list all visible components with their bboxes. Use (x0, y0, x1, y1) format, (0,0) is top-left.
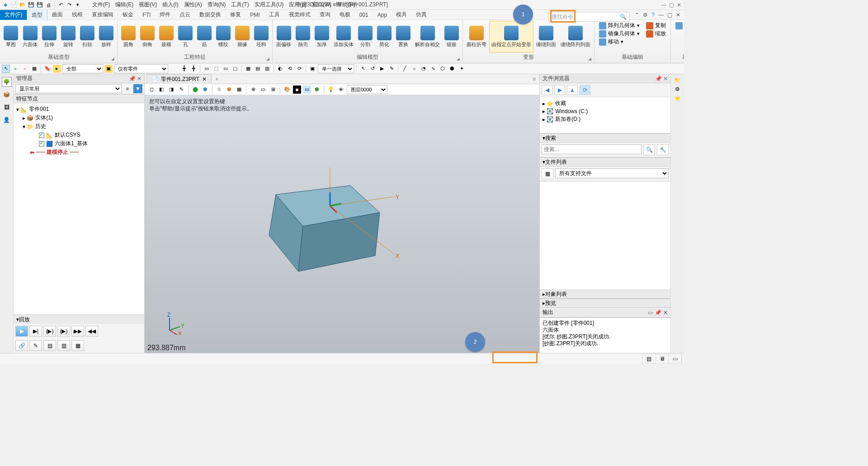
remove-icon[interactable]: − (21, 65, 29, 73)
ribbon-tab[interactable]: 模具 (392, 10, 411, 20)
draft-button[interactable]: 拔模 (157, 21, 175, 52)
search-section[interactable]: ▾ 搜索 (540, 133, 670, 143)
rb-gear-icon[interactable]: ⚙ (675, 86, 680, 92)
refresh-button[interactable]: ⟳ (580, 85, 590, 95)
t-icon[interactable]: ▢ (231, 65, 239, 73)
vt-icon[interactable]: ☆ (215, 86, 223, 94)
scale-button[interactable]: 缩放 (646, 30, 666, 38)
app-icon[interactable]: ◆ (2, 1, 9, 9)
playback-header[interactable]: ▾ 回放 (14, 315, 144, 324)
t-icon[interactable]: ○ (410, 65, 418, 73)
inlay-button[interactable]: 镶嵌 (443, 21, 461, 52)
ribbon-tab[interactable]: 工具 (264, 10, 284, 20)
vt-icon[interactable]: ⬤ (191, 86, 199, 94)
ribbon-tab[interactable]: 钣金 (118, 10, 138, 20)
move-button[interactable]: 移动 ▾ (599, 38, 640, 46)
shell-button[interactable]: 抽壳 (294, 21, 312, 52)
pb-link-button[interactable]: 🔗 (15, 340, 28, 351)
ribbon-tab[interactable]: 电极 (335, 10, 355, 20)
new-icon[interactable]: 📄 (10, 1, 18, 9)
fillet-button[interactable]: 圆角 (119, 21, 137, 52)
ribbon-tab[interactable]: PMI (245, 10, 264, 19)
vt-icon[interactable]: ✎ (177, 86, 185, 94)
pin-icon[interactable]: 📌 ✕ (129, 76, 142, 82)
t-icon[interactable]: ✎ (387, 65, 396, 73)
layer-select[interactable]: 图层0000 (347, 85, 387, 94)
status-view1-icon[interactable]: ▤ (643, 354, 656, 363)
ribbon-tab[interactable]: App (373, 10, 392, 19)
search-button[interactable]: 🔍 (643, 144, 655, 155)
t-icon[interactable]: ▣ (308, 65, 316, 73)
t-icon[interactable]: ▶ (378, 65, 386, 73)
pick-select[interactable]: 单一选择 (318, 64, 354, 73)
t-icon[interactable]: ⟳ (295, 65, 303, 73)
up-button[interactable]: ▲ (567, 85, 578, 95)
vt-icon[interactable]: ▦ (235, 86, 243, 94)
t-icon[interactable]: ╋ (189, 65, 198, 73)
menu-insert[interactable]: 插入(I) (162, 1, 178, 9)
ribbon-tab[interactable]: 视觉样式 (284, 10, 315, 20)
help-icon[interactable]: ? (651, 12, 655, 18)
offsetface-button[interactable]: 面偏移 (274, 21, 293, 52)
doc-tab[interactable]: 📄 零件001.Z3PRT ✕ (146, 74, 212, 84)
status-view-buttons[interactable]: ▤ 🖥 ▭ (642, 354, 682, 364)
tree-history[interactable]: ▾ 📁 历史 (16, 122, 142, 131)
ribbon-tab[interactable]: 点云 (175, 10, 195, 20)
extrude-button[interactable]: 拉伸 (40, 21, 58, 52)
vt-icon[interactable]: ⬢ (201, 86, 209, 94)
copy-button[interactable]: 复制 (646, 22, 666, 29)
back-button[interactable]: ◀ (542, 85, 552, 95)
tree-solid[interactable]: ▸ 📦 实体(1) (16, 114, 142, 122)
undo-icon[interactable]: ↶ (57, 1, 64, 9)
tree-cube[interactable]: 🟦 六面体1_基体 (16, 139, 142, 148)
ribbon-tab[interactable]: 修复 (226, 10, 245, 20)
pb-pen-button[interactable]: ✎ (29, 340, 42, 351)
ribbon-tab[interactable]: 线框 (67, 10, 87, 20)
close-icon[interactable]: ✕ (677, 2, 681, 8)
open-icon[interactable]: 📂 (19, 1, 26, 9)
pattern-button[interactable]: 阵列几何体 ▾ (599, 22, 640, 29)
step-fwd-button[interactable]: ▶| (29, 326, 42, 337)
filelist-area[interactable] (540, 181, 670, 290)
filelist-filter-select[interactable]: 所有支持文件 (555, 168, 669, 178)
t-icon[interactable]: ⬢ (448, 65, 456, 73)
ribbon-tab[interactable]: 焊件 (155, 10, 175, 20)
viewport[interactable]: 您可以在自定义设置里设置热键 单击"帮助/显示提示"按钮来取消这些提示。 Z Y… (145, 95, 539, 353)
manager-tree-icon[interactable]: 🌳 (2, 77, 12, 87)
doc-restore-icon[interactable]: ▢ (667, 12, 672, 18)
flag-icon[interactable]: ▸ (53, 65, 61, 73)
menu-view[interactable]: 视图(V) (139, 1, 157, 9)
t-icon[interactable]: ↖ (359, 65, 367, 73)
t-icon[interactable]: ⟲ (286, 65, 294, 73)
fwd-button[interactable]: ▶ (554, 85, 565, 95)
t-icon[interactable]: ⬚ (212, 65, 220, 73)
vt-icon[interactable]: 🎨 (283, 86, 291, 94)
rb-folder-icon[interactable]: 📁 (674, 77, 681, 83)
out-pin-icon[interactable]: 📌 (655, 309, 661, 316)
selfintersect-button[interactable]: 解析自相交 (413, 21, 442, 52)
loft-button[interactable]: 放样 (97, 21, 115, 52)
menu-query[interactable]: 查询(N) (208, 1, 226, 9)
status-view2-icon[interactable]: 🖥 (656, 354, 669, 363)
revolve-button[interactable]: 旋转 (59, 21, 77, 52)
vt-icon[interactable]: ◻ (147, 86, 156, 94)
tab-list-icon[interactable]: ≡ (529, 76, 539, 82)
manager-view-icon[interactable]: 🖼 (2, 102, 12, 112)
vt-icon[interactable]: ⊞ (269, 86, 277, 94)
search-opt-button[interactable]: 🔧 (657, 144, 669, 155)
objlist-section[interactable]: ▸ 对象列表 (540, 290, 670, 299)
add-icon[interactable]: + (11, 65, 19, 73)
feature-tree[interactable]: ▾ 📐 零件001 ▸ 📦 实体(1) ▾ 📁 历史 📐 默认CSYS 🟦 六面… (14, 103, 144, 314)
skip2-button[interactable]: (▶) (57, 326, 70, 337)
tree-csys[interactable]: 📐 默认CSYS (16, 131, 142, 139)
t-icon[interactable]: ▦ (244, 65, 252, 73)
t-icon[interactable]: ▭ (203, 65, 211, 73)
t-icon[interactable]: ∿ (429, 65, 437, 73)
skip-button[interactable]: (▶) (43, 326, 56, 337)
rewind-button[interactable]: ◀◀ (85, 326, 98, 337)
vt-icon[interactable]: 👁 (337, 86, 345, 94)
funnel-icon[interactable]: ▼ (133, 84, 142, 93)
rib-button[interactable]: 筋 (195, 21, 213, 52)
pb-stack-button[interactable]: ▥ (57, 340, 70, 351)
datum-button[interactable]: 基准面 ▾ (675, 22, 684, 29)
